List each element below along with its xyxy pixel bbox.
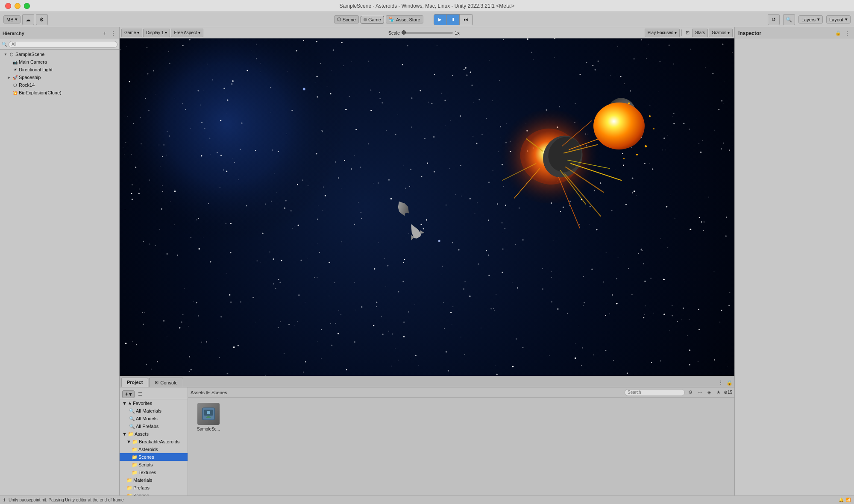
gizmos-label: Gizmos bbox=[712, 30, 726, 35]
layers-dropdown-arrow: ▾ bbox=[817, 17, 820, 22]
gizmos-dropdown-arrow: ▾ bbox=[728, 30, 730, 35]
scene-tab[interactable]: ⬡ Scene bbox=[334, 15, 359, 23]
tree-item-spaceship[interactable]: ▶ 🚀 Spaceship bbox=[0, 73, 119, 81]
scale-label: Scale bbox=[388, 30, 400, 35]
maximize-button[interactable] bbox=[24, 3, 30, 9]
all-materials-item[interactable]: 🔍 All Materials bbox=[120, 407, 188, 415]
game-dropdown-arrow: ▾ bbox=[137, 30, 139, 35]
bottom-tabs: Project ⊡ Console bbox=[121, 378, 183, 387]
camera-icon: 📷 bbox=[12, 59, 18, 65]
minimize-button[interactable] bbox=[15, 3, 21, 9]
display-label: Display 1 bbox=[146, 30, 164, 35]
search-icon: 🔍 bbox=[2, 42, 7, 47]
asset-search-input[interactable] bbox=[625, 389, 685, 396]
tree-item-directional-light[interactable]: ▶ ☀ Directional Light bbox=[0, 66, 119, 73]
sample-scene-asset[interactable]: SampleSc... bbox=[191, 401, 226, 433]
asset-store-tab[interactable]: 🏪 Asset Store bbox=[386, 15, 423, 23]
breakable-arrow: ▼ bbox=[126, 439, 131, 444]
aspect-ratio-dropdown[interactable]: Free Aspect ▾ bbox=[171, 29, 203, 37]
game-dropdown[interactable]: Game ▾ bbox=[121, 29, 142, 37]
scenes-root-folder[interactable]: 📁 Scenes bbox=[120, 492, 188, 495]
spark-1 bbox=[649, 115, 651, 117]
asset-store-label: Asset Store bbox=[396, 17, 420, 22]
stats-btn[interactable]: Stats bbox=[692, 29, 708, 37]
settings-button[interactable]: ⚙ bbox=[36, 14, 48, 25]
scenes-folder[interactable]: 📁 Scenes bbox=[120, 453, 188, 461]
play-mode-dropdown[interactable]: Play Focused ▾ bbox=[645, 29, 680, 37]
prefabs-folder[interactable]: 📁 Prefabs bbox=[120, 484, 188, 492]
tree-item-sample-scene[interactable]: ▼ ⬡ SampleScene bbox=[0, 50, 119, 58]
layout-dropdown[interactable]: Layout ▾ bbox=[826, 15, 851, 23]
scale-slider[interactable] bbox=[402, 32, 453, 34]
close-button[interactable] bbox=[5, 3, 11, 9]
add-asset-btn[interactable]: + ▾ bbox=[122, 390, 135, 398]
asset-search-area: ⚙ ⊹ ◈ ★ ⚙ 15 bbox=[625, 389, 732, 396]
search-filter-btn[interactable]: ⊹ bbox=[696, 389, 704, 396]
pause-button[interactable]: ⏸ bbox=[447, 15, 460, 25]
search-button[interactable]: 🔍 bbox=[783, 14, 795, 25]
display-dropdown[interactable]: Display 1 ▾ bbox=[143, 29, 170, 37]
tree-label-spaceship: Spaceship bbox=[19, 75, 41, 80]
space-scene-canvas bbox=[120, 38, 734, 376]
bottom-toolbar-right: ⋮ 🔒 bbox=[717, 379, 733, 387]
play-mode-label: Play Focused bbox=[648, 30, 674, 35]
panel-settings-btn[interactable]: ⋮ bbox=[717, 379, 724, 386]
play-button[interactable]: ▶ bbox=[434, 15, 447, 25]
tree-item-rock14[interactable]: ▶ ⬡ Rock14 bbox=[0, 81, 119, 89]
layers-dropdown[interactable]: Layers ▾ bbox=[798, 15, 823, 23]
search-type-btn[interactable]: ◈ bbox=[705, 389, 713, 396]
play-controls: ▶ ⏸ ⏭ bbox=[434, 14, 473, 25]
asteroids-label: Asteroids bbox=[138, 447, 158, 452]
undo-button[interactable]: ↺ bbox=[768, 14, 780, 25]
inspector-menu-btn[interactable]: ⋮ bbox=[844, 30, 851, 37]
step-button[interactable]: ⏭ bbox=[460, 15, 472, 25]
assets-item[interactable]: ▼ 📁 Assets bbox=[120, 430, 188, 438]
panel-lock-btn[interactable]: 🔒 bbox=[726, 379, 733, 386]
breadcrumb-assets[interactable]: Assets bbox=[191, 390, 205, 395]
console-tab[interactable]: ⊡ Console bbox=[149, 378, 183, 387]
tree-item-main-camera[interactable]: ▶ 📷 Main Camera bbox=[0, 58, 119, 66]
all-models-item[interactable]: 🔍 All Models bbox=[120, 415, 188, 422]
project-tab[interactable]: Project bbox=[121, 378, 148, 387]
tree-label-directional-light: Directional Light bbox=[19, 67, 53, 72]
gizmos-btn[interactable]: Gizmos ▾ bbox=[709, 29, 733, 37]
textures-folder-ba[interactable]: 📁 Textures bbox=[120, 469, 188, 476]
search-options-btn[interactable]: ⚙ bbox=[687, 389, 694, 396]
status-right: 🔔 📶 bbox=[839, 498, 851, 502]
maximize-view-btn[interactable]: ⊡ bbox=[684, 29, 691, 37]
inspector-lock-btn[interactable]: 🔒 bbox=[834, 29, 842, 37]
inspector-panel: Inspector 🔒 ⋮ bbox=[734, 27, 854, 495]
hierarchy-search-input[interactable] bbox=[9, 41, 117, 48]
breakable-asteroids-item[interactable]: ▼ 📁 BreakableAsteroids bbox=[120, 438, 188, 445]
asset-area: SampleSc... bbox=[188, 398, 734, 495]
folder-icon-3: 📁 bbox=[132, 447, 138, 452]
bottom-tab-bar: Project ⊡ Console ⋮ 🔒 bbox=[120, 376, 734, 387]
rock-icon: ⬡ bbox=[12, 82, 18, 88]
asteroids-folder[interactable]: 📁 Asteroids bbox=[120, 445, 188, 453]
breadcrumb: Assets ▶ Scenes bbox=[191, 390, 227, 395]
scripts-folder[interactable]: 📁 Scripts bbox=[120, 461, 188, 469]
hierarchy-add-btn[interactable]: + bbox=[101, 30, 108, 37]
file-view-toggle[interactable]: ☰ bbox=[136, 390, 144, 398]
hierarchy-menu-btn[interactable]: ⋮ bbox=[110, 30, 117, 37]
breakable-label: BreakableAsteroids bbox=[139, 439, 179, 444]
spark-3 bbox=[645, 145, 647, 147]
status-wifi-icon: 📶 bbox=[845, 498, 851, 502]
game-tab[interactable]: Game bbox=[361, 16, 384, 23]
mb-dropdown[interactable]: MB ▾ bbox=[3, 15, 21, 23]
file-tree: + ▾ ☰ ▼ ★ Favorites 🔍 All Materials bbox=[120, 387, 188, 495]
cloud-button[interactable]: ☁ bbox=[22, 14, 34, 25]
breadcrumb-scenes[interactable]: Scenes bbox=[211, 390, 227, 395]
all-prefabs-item[interactable]: 🔍 All Prefabs bbox=[120, 422, 188, 430]
bottom-content: + ▾ ☰ ▼ ★ Favorites 🔍 All Materials bbox=[120, 387, 734, 495]
mb-dropdown-arrow: ▾ bbox=[15, 17, 18, 22]
project-tab-label: Project bbox=[127, 380, 143, 385]
favorites-item[interactable]: ▼ ★ Favorites bbox=[120, 399, 188, 407]
add-dropdown-arrow: ▾ bbox=[129, 391, 132, 397]
search-label-btn[interactable]: ★ bbox=[715, 389, 722, 396]
scene-asset-label: SampleSc... bbox=[197, 427, 220, 431]
asset-store-icon: 🏪 bbox=[389, 17, 395, 22]
materials-folder[interactable]: 📁 Materials bbox=[120, 476, 188, 484]
tree-item-big-explosion[interactable]: ▶ 💥 BigExplosion(Clone) bbox=[0, 89, 119, 97]
notification-label: ⚙ bbox=[724, 390, 728, 395]
